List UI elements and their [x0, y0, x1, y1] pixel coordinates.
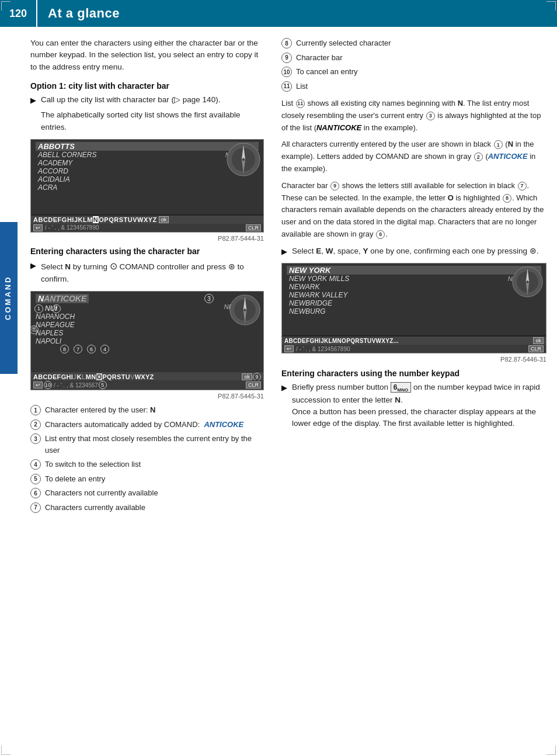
display-item-accord: ACCORD [36, 167, 259, 175]
bullet-arrow-2: ▶ [30, 260, 37, 272]
num-text-11: List [296, 81, 546, 92]
label-6: 6 [87, 345, 96, 353]
num-item-10: 10 To cancel an entry [281, 66, 546, 78]
right-bullet: ▶ Select E, W, space, Y one by one, conf… [281, 245, 546, 258]
num-item-8: 8 Currently selected character [281, 37, 546, 49]
num-item-11: 11 List [281, 81, 546, 92]
clr-btn-2[interactable]: CLR [246, 382, 261, 389]
num-text-2: Characters automatically added by COMAND… [45, 419, 264, 431]
label-5-inline: 5 [99, 381, 107, 389]
circle-3: 3 [30, 434, 41, 444]
num-item-6: 6 Characters not currently available [30, 487, 264, 499]
display-screenshot-1: ABBOTTS ABELL CORNERS ACADEMY ACCORD ACI… [30, 139, 264, 233]
ok-btn-2[interactable]: ok [242, 373, 252, 380]
corner-tl [1, 1, 11, 11]
label-group-876: 8 7 6 4 [60, 345, 109, 353]
num-row-2: ↩ 10 / - ' . , & 1234567 5 CLR [31, 380, 263, 390]
option1-subbullet-text: The alphabetically sorted city list show… [41, 109, 264, 133]
label-9-inline: 9 [253, 373, 261, 381]
label-7: 7 [74, 345, 82, 353]
clr-btn-1[interactable]: CLR [246, 224, 261, 231]
corner-bl [1, 745, 11, 755]
fig-label-3: P82.87-5446-31 [281, 356, 546, 363]
back-btn-1[interactable]: ↩ [33, 224, 43, 231]
circle-8: 8 [281, 38, 292, 48]
circle-5: 5 [30, 474, 41, 484]
char-bar-1: ABCDEFGHIJKLMNOPQRSTUVWXYZ ok [31, 216, 263, 224]
napanoch-row: NAPANOCH [36, 313, 259, 321]
num-text-9: Character bar [296, 52, 546, 64]
ref-1a: 1 [494, 140, 503, 149]
num-text-8: Currently selected character [296, 37, 546, 49]
num-item-7: 7 Characters currently available [30, 502, 264, 514]
num-text-4: To switch to the selection list [45, 459, 264, 470]
num-text-10: To cancel an entry [296, 66, 546, 78]
option1-bullet: ▶ Call up the city list with character b… [30, 94, 264, 106]
corner-br [546, 745, 556, 755]
back-btn-3[interactable]: ↩ [284, 345, 294, 352]
label-4: 4 [100, 345, 109, 353]
ok-btn-1[interactable]: ok [159, 216, 169, 223]
anticoke-text: ANTICOKE [204, 420, 243, 429]
anticoke-chars: ANTICOKE [44, 294, 86, 303]
num-text-5: To delete an entry [45, 473, 264, 485]
num-text-1: Character entered by the user: N [45, 404, 264, 416]
sidebar-label: COMAND [0, 222, 18, 374]
num-text-3: List entry that most closely resembles t… [45, 433, 264, 456]
circle-6: 6 [30, 488, 41, 498]
display-newyork-2: NEW YORK MILLS [287, 275, 541, 283]
numbered-list-right: 8 Currently selected character 9 Charact… [281, 37, 546, 92]
num-row-1: ↩ / - ' . , & 1234567890 CLR [31, 224, 263, 232]
label-10-inline: 10 [44, 381, 52, 389]
option1-subbullet: ▶ The alphabetically sorted city list sh… [30, 109, 264, 133]
ref-11: 11 [296, 99, 305, 108]
option1-heading: Option 1: city list with character bar [30, 81, 264, 91]
num-item-2: 2 Characters automatically added by COMA… [30, 419, 264, 431]
circle-10: 10 [281, 67, 292, 77]
fig-label-1: P82.87-5444-31 [30, 235, 264, 242]
display-newburg: NEWBURG [287, 307, 541, 315]
display-item-abbotts: ABBOTTS [36, 142, 259, 151]
subbullet-indent: ▶ [30, 110, 37, 122]
ref-3a: 3 [426, 112, 435, 120]
right-col: 8 Currently selected character 9 Charact… [274, 37, 557, 516]
numpad-bullet: ▶ Briefly press number button 6MNO on th… [281, 382, 546, 429]
ref-8a: 8 [503, 194, 511, 203]
right-para-1: List 11 shows all existing city names be… [281, 98, 546, 134]
napeague-row: NAPEAGUE [36, 321, 259, 329]
circle-2: 2 [30, 419, 41, 430]
num-chars-1: / - ' . , & 1234567890 [45, 224, 99, 231]
clr-btn-3[interactable]: CLR [528, 345, 544, 352]
nanticoke-display: NANTICOKE [36, 294, 89, 303]
ref-7a: 7 [518, 182, 527, 190]
bullet-arrow-4: ▶ [281, 382, 288, 394]
label-2: 2 [52, 304, 61, 313]
compass-2 [229, 294, 261, 326]
display-item-academy: ACADEMY [36, 159, 259, 167]
entering-charbar-heading: Entering characters using the character … [30, 247, 264, 256]
left-col: You can enter the characters using eithe… [0, 37, 274, 516]
bullet-arrow-3: ▶ [281, 246, 288, 258]
display-screenshot-3: NEW YORK NEW YORK MILLS NEWARK NEWARK VA… [281, 263, 546, 353]
char-letters-3: ABCDEFGHIJKLMNOPQRSTUVWXYZ... [284, 338, 399, 344]
num-chars-3: / - ' . , & 1234567890 [296, 346, 350, 352]
fig-label-2: P82.87-5445-31 [30, 393, 264, 400]
back-btn-2[interactable]: ↩ [33, 382, 43, 389]
anticoke-2: ANTICOKE [488, 152, 528, 161]
header-title: At a glance [37, 6, 120, 21]
napoli-row: NAPOLI [36, 337, 259, 345]
right-para-2: All characters currently entered by the … [281, 138, 546, 175]
circle-7: 7 [30, 502, 41, 513]
n-char: N [38, 294, 44, 303]
display-newark-valley: NEWARK VALLEY [287, 291, 541, 299]
circle-11: 11 [281, 81, 292, 92]
compass-1 [226, 142, 261, 177]
ok-btn-3[interactable]: ok [533, 337, 544, 344]
ref-9a: 9 [330, 182, 339, 190]
num-item-5: 5 To delete an entry [30, 473, 264, 485]
entering-numpad-heading: Entering characters using the number key… [281, 369, 546, 378]
ref-6a: 6 [376, 230, 385, 239]
display-item-acra: ACRA [36, 183, 259, 192]
ref-2a: 2 [474, 152, 483, 161]
char-letters-2: ABCDEFGHIJKLMNOPQRSTUVWXYZ [33, 373, 154, 380]
